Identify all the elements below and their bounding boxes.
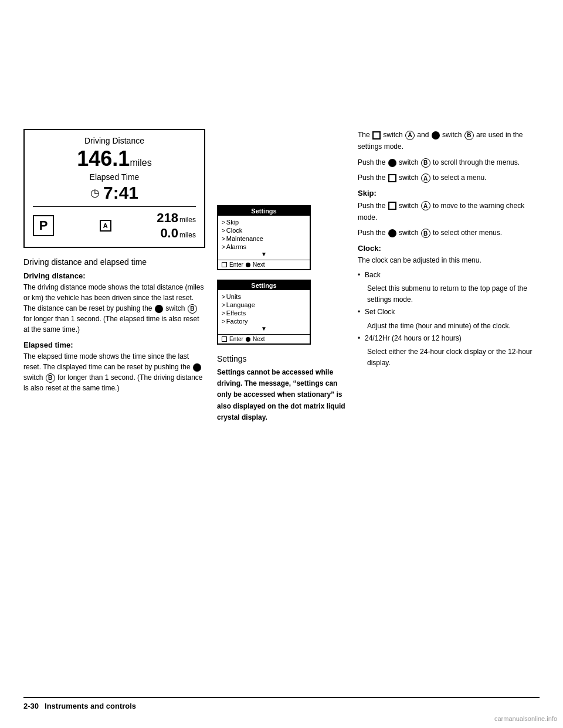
miles-unit-1: miles [179, 216, 196, 224]
skip-text-1: Push the switch A to move to the warning… [358, 200, 540, 224]
settings-menu-1-title: Settings [218, 206, 310, 216]
maintenance-label: Maintenance [226, 235, 263, 242]
skip-label: Skip [226, 219, 239, 226]
language-label: Language [226, 301, 255, 308]
units-label: Units [226, 293, 241, 300]
arrow-factory: > [222, 318, 225, 325]
footer-square-icon-1 [222, 262, 227, 267]
effects-label: Effects [226, 309, 246, 317]
mileage-unit: miles [130, 158, 151, 168]
square-icon-a1 [388, 174, 396, 182]
set-clock-sub: Adjust the time (hour and minute) of the… [358, 321, 540, 332]
settings-menu-2-body: > Units > Language > Effects > Factory [218, 290, 310, 334]
time-row: ◷ 7:41 [33, 183, 196, 203]
bottom-miles-group: 218 miles 0.0 miles [157, 210, 196, 241]
footer-next-label-2: Next [253, 336, 265, 342]
footer-enter-label-2: Enter [229, 336, 243, 342]
dashboard-mileage: 146.1miles [33, 147, 196, 171]
circle-icon-intro [432, 131, 440, 140]
arrow-units: > [222, 294, 225, 300]
skip-label-right: Skip: [358, 189, 540, 198]
a-letter-intro: A [405, 131, 415, 140]
settings-menu-1-footer: Enter Next [218, 260, 310, 269]
b-letter-intro: B [464, 131, 474, 140]
circle-icon-b1 [388, 159, 396, 167]
footer-dot-icon-2 [246, 337, 250, 342]
factory-label: Factory [226, 318, 248, 325]
clock-intro: The clock can be adjusted in this menu. [358, 255, 540, 266]
push-b-menus: Push the switch B to scroll through the … [358, 157, 540, 168]
24-12hr-bullet: 24/12Hr (24 hours or 12 hours) [358, 333, 540, 344]
skip-text-2: Push the switch B to select other menus. [358, 227, 540, 239]
driving-distance-text: The driving distance mode shows the tota… [23, 282, 205, 335]
elapsed-label: Elapsed Time [33, 172, 196, 182]
settings-item-units: > Units [222, 292, 306, 301]
miles-unit-2: miles [179, 231, 196, 239]
settings-item-clock: > Clock [222, 226, 306, 234]
clock-label-right: Clock: [358, 244, 540, 253]
set-clock-bullet: Set Clock [358, 307, 540, 318]
settings-bold-text: Settings cannot be accessed while drivin… [217, 367, 346, 423]
main-content: Driving Distance 146.1miles Elapsed Time… [23, 129, 540, 428]
24-12hr-sub: Select either the 24-hour clock display … [358, 346, 540, 369]
circle-icon-1 [155, 305, 163, 313]
watermark: carmanualsonline.info [494, 715, 557, 722]
a-letter-a1: A [421, 174, 430, 183]
settings-menu-1-body: > Skip > Clock > Maintenance > Alarms [218, 216, 310, 260]
middle-column: Settings > Skip > Clock > Maintenance [217, 129, 346, 428]
b-letter-b1: B [421, 158, 430, 168]
clock-icon: ◷ [90, 186, 100, 199]
back-bullet: Back [358, 270, 540, 281]
page-container: Driving Distance 146.1miles Elapsed Time… [0, 0, 563, 728]
miles-row-2: 0.0 miles [160, 226, 196, 241]
push-a-menu: Push the switch A to select a menu. [358, 172, 540, 183]
settings-item-factory: > Factory [222, 317, 306, 325]
footer-dot-icon-1 [246, 263, 250, 267]
clock-label: Clock [226, 227, 243, 234]
left-column: Driving Distance 146.1miles Elapsed Time… [23, 129, 205, 428]
circle-icon-skip2 [388, 229, 396, 237]
b-letter-2: B [46, 373, 55, 383]
right-column: The switch A and switch B are used in th… [358, 129, 540, 428]
dashboard-display: Driving Distance 146.1miles Elapsed Time… [23, 129, 205, 248]
b-letter-1: B [188, 304, 197, 314]
arrow-clock: > [222, 227, 225, 234]
square-icon-intro [372, 131, 381, 140]
back-sub: Select this submenu to return to the top… [358, 283, 540, 305]
a-letter-skip1: A [421, 201, 430, 210]
scroll-arrow-down-1: ▼ [222, 251, 306, 257]
elapsed-time-subheading: Elapsed time: [23, 341, 205, 349]
arrow-skip: > [222, 219, 225, 226]
time-display: 7:41 [103, 183, 138, 203]
settings-menu-1: Settings > Skip > Clock > Maintenance [217, 205, 311, 270]
miles-num-1: 218 [157, 210, 178, 226]
arrow-alarms: > [222, 244, 225, 250]
a-badge: A [100, 220, 111, 232]
b-letter-skip2: B [421, 229, 430, 238]
arrow-maintenance: > [222, 236, 225, 242]
footer-next-label-1: Next [253, 261, 265, 268]
arrow-language: > [222, 302, 225, 308]
footer-enter-label-1: Enter [229, 261, 243, 268]
settings-heading: Settings [217, 354, 346, 363]
mileage-number: 146.1 [77, 147, 130, 171]
scroll-arrow-down-2: ▼ [222, 325, 306, 332]
driving-distance-subheading: Driving distance: [23, 271, 205, 280]
settings-item-language: > Language [222, 301, 306, 309]
settings-item-skip: > Skip [222, 218, 306, 226]
miles-num-2: 0.0 [160, 226, 178, 241]
settings-item-maintenance: > Maintenance [222, 234, 306, 243]
settings-menu-2-title: Settings [218, 281, 310, 290]
circle-icon-2 [193, 363, 201, 372]
miles-row-1: 218 miles [157, 210, 196, 226]
square-icon-skip1 [388, 202, 396, 210]
page-footer: 2-30 Instruments and controls [23, 697, 540, 710]
right-intro: The switch A and switch B are used in th… [358, 129, 540, 153]
page-section: Instruments and controls [45, 702, 136, 710]
footer-square-icon-2 [222, 336, 227, 342]
bottom-row: P A 218 miles 0.0 miles [33, 206, 196, 241]
driving-distance-heading: Driving distance and elapsed time [23, 257, 205, 267]
arrow-effects: > [222, 310, 225, 317]
p-badge: P [33, 215, 54, 236]
elapsed-time-text: The elapsed time mode shows the time sin… [23, 351, 205, 393]
